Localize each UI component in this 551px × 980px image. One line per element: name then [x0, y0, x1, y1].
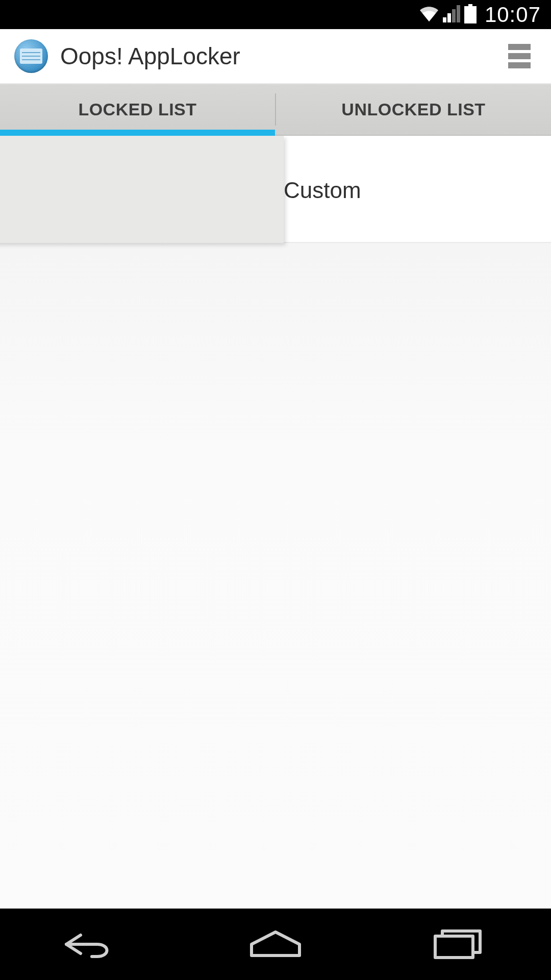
navigation-bar — [0, 909, 551, 980]
svg-rect-4 — [468, 4, 472, 6]
nav-back-button[interactable] — [51, 924, 133, 965]
list-item-subtitle: android.chrome — [0, 192, 266, 215]
revealed-action-label: Custom — [284, 178, 361, 203]
list-item[interactable]: me android.chrome — [0, 136, 284, 243]
tab-locked-list[interactable]: LOCKED LIST — [0, 84, 275, 135]
settings-button[interactable] — [508, 44, 537, 68]
tab-label: LOCKED LIST — [78, 100, 196, 119]
content-area: Custom me android.chrome — [0, 136, 551, 909]
tab-bar: LOCKED LIST UNLOCKED LIST — [0, 84, 551, 136]
app-icon — [14, 39, 48, 73]
svg-rect-5 — [464, 6, 477, 23]
svg-rect-2 — [452, 9, 456, 22]
svg-rect-1 — [447, 13, 451, 22]
svg-rect-3 — [457, 5, 460, 22]
status-bar: 10:07 — [0, 0, 551, 29]
action-bar: Oops! AppLocker — [0, 29, 551, 84]
list-item-title: me — [0, 149, 266, 179]
nav-home-button[interactable] — [235, 924, 316, 965]
nav-recent-button[interactable] — [418, 924, 500, 965]
wifi-icon — [418, 5, 440, 24]
tab-unlocked-list[interactable]: UNLOCKED LIST — [276, 84, 551, 135]
svg-rect-0 — [443, 17, 446, 22]
status-time: 10:07 — [485, 3, 541, 27]
svg-rect-6 — [435, 936, 473, 958]
battery-icon — [464, 4, 477, 26]
cell-signal-icon — [443, 5, 461, 24]
page-title: Oops! AppLocker — [60, 42, 508, 70]
status-icons — [418, 4, 477, 26]
tab-label: UNLOCKED LIST — [341, 100, 485, 119]
